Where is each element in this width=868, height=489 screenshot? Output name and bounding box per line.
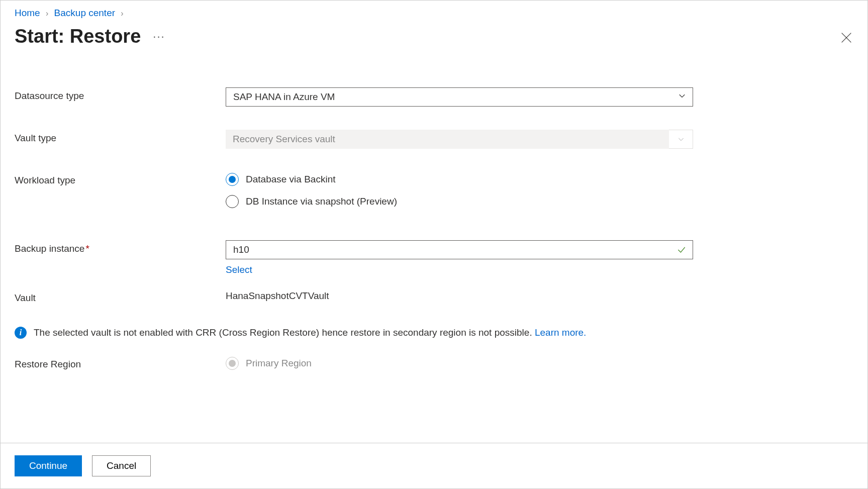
vault-label: Vault bbox=[15, 289, 226, 304]
workload-type-option-label: DB Instance via snapshot (Preview) bbox=[246, 196, 397, 207]
checkmark-icon bbox=[677, 245, 687, 255]
workload-type-radio-snapshot[interactable]: DB Instance via snapshot (Preview) bbox=[226, 195, 693, 208]
chevron-down-icon bbox=[678, 91, 687, 103]
breadcrumb-home[interactable]: Home bbox=[15, 8, 40, 18]
chevron-down-icon bbox=[669, 130, 693, 149]
restore-region-label: Restore Region bbox=[15, 356, 226, 370]
datasource-type-select[interactable]: SAP HANA in Azure VM bbox=[226, 87, 693, 107]
close-icon bbox=[839, 31, 853, 45]
radio-icon bbox=[226, 195, 239, 208]
page-title: Start: Restore bbox=[15, 26, 141, 47]
more-actions-button[interactable]: ··· bbox=[153, 30, 165, 43]
backup-instance-input[interactable]: h10 bbox=[226, 240, 693, 259]
chevron-right-icon: › bbox=[121, 9, 123, 18]
radio-icon bbox=[226, 357, 239, 370]
breadcrumb: Home › Backup center › bbox=[1, 1, 867, 23]
chevron-right-icon: › bbox=[46, 9, 48, 18]
restore-region-radio-primary: Primary Region bbox=[226, 357, 693, 370]
crr-info-message: i The selected vault is not enabled with… bbox=[1, 327, 867, 339]
backup-instance-label: Backup instance* bbox=[15, 240, 226, 254]
vault-value: HanaSnapshotCVTVault bbox=[226, 289, 693, 302]
close-button[interactable] bbox=[839, 31, 853, 45]
learn-more-link[interactable]: Learn more. bbox=[535, 327, 586, 338]
cancel-button[interactable]: Cancel bbox=[92, 455, 151, 476]
breadcrumb-backup-center[interactable]: Backup center bbox=[54, 8, 115, 18]
info-icon: i bbox=[15, 327, 27, 339]
datasource-type-label: Datasource type bbox=[15, 87, 226, 102]
restore-region-option-label: Primary Region bbox=[246, 358, 312, 369]
vault-type-select: Recovery Services vault bbox=[226, 130, 693, 149]
workload-type-radio-backint[interactable]: Database via Backint bbox=[226, 173, 693, 186]
workload-type-label: Workload type bbox=[15, 172, 226, 186]
datasource-type-value: SAP HANA in Azure VM bbox=[233, 91, 335, 103]
continue-button[interactable]: Continue bbox=[15, 455, 82, 476]
backup-instance-select-link[interactable]: Select bbox=[226, 264, 252, 275]
vault-type-value: Recovery Services vault bbox=[233, 134, 335, 145]
radio-icon bbox=[226, 173, 239, 186]
vault-type-label: Vault type bbox=[15, 130, 226, 144]
workload-type-option-label: Database via Backint bbox=[246, 174, 336, 185]
backup-instance-value: h10 bbox=[233, 244, 249, 255]
footer: Continue Cancel bbox=[1, 443, 867, 488]
info-text: The selected vault is not enabled with C… bbox=[34, 327, 535, 338]
